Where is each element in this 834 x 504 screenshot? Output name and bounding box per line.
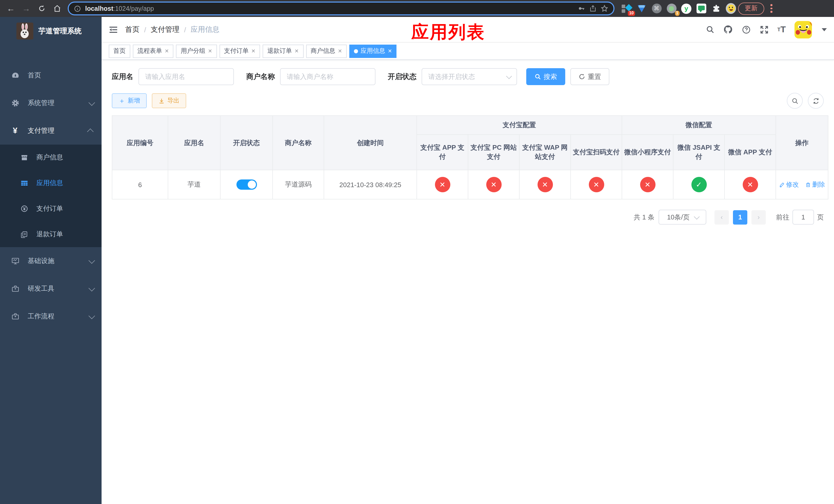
alipay-app-status-icon: ✕ xyxy=(435,177,450,192)
add-button[interactable]: ＋ 新增 xyxy=(112,93,147,108)
tag-process-form[interactable]: 流程表单✕ xyxy=(133,44,174,58)
monitor-icon xyxy=(11,257,20,265)
close-icon[interactable]: ✕ xyxy=(388,48,392,54)
status-select[interactable]: 请选择开启状态 xyxy=(422,68,517,85)
sidebar-item-infrastructure[interactable]: 基础设施 xyxy=(0,247,102,275)
reload-icon[interactable] xyxy=(35,2,48,15)
col-wx-app: 微信 APP 支付 xyxy=(724,135,776,170)
address-bar[interactable]: localhost:1024/pay/app xyxy=(68,2,614,15)
home-icon[interactable] xyxy=(50,2,64,15)
sidebar-item-refund-orders[interactable]: 退款订单 xyxy=(0,222,102,247)
breadcrumb-home[interactable]: 首页 xyxy=(125,25,139,34)
tag-pay-orders[interactable]: 支付订单✕ xyxy=(220,44,260,58)
col-merchant: 商户名称 xyxy=(272,116,324,170)
back-icon[interactable]: ← xyxy=(4,2,18,15)
ext-blocks-icon[interactable]: 10 xyxy=(622,3,632,14)
sidebar: 芋道管理系统 首页 xyxy=(0,17,102,504)
site-info-icon[interactable] xyxy=(74,5,81,12)
ext-badge-one: 1 xyxy=(675,10,680,16)
app-table: 应用编号 应用名 开启状态 商户名称 创建时间 支付宝配置 微信配置 操作 支付… xyxy=(112,115,828,200)
ext-command-icon[interactable]: ⌘ xyxy=(652,3,662,14)
tag-user-group[interactable]: 用户分组✕ xyxy=(176,44,217,58)
fullscreen-icon[interactable] xyxy=(760,25,769,34)
coin-yen-icon xyxy=(21,205,28,213)
sidebar-item-home[interactable]: 首页 xyxy=(0,62,102,89)
tag-app-info[interactable]: 应用信息✕ xyxy=(349,44,397,58)
col-alipay-app: 支付宝 APP 支付 xyxy=(417,135,468,170)
ext-y-icon[interactable]: y xyxy=(681,3,692,14)
close-icon[interactable]: ✕ xyxy=(294,48,299,54)
close-icon[interactable]: ✕ xyxy=(208,48,212,54)
close-icon[interactable]: ✕ xyxy=(251,48,256,54)
forward-icon[interactable]: → xyxy=(20,2,33,15)
reset-button[interactable]: 重置 xyxy=(570,68,609,85)
shop-icon xyxy=(21,154,28,161)
share-icon[interactable] xyxy=(589,5,596,12)
browser-profile-avatar[interactable] xyxy=(726,3,736,14)
total-count: 共 1 条 xyxy=(634,212,655,222)
sidebar-item-merchant-info[interactable]: 商户信息 xyxy=(0,144,102,170)
breadcrumb-payment[interactable]: 支付管理 xyxy=(151,25,179,34)
key-icon[interactable] xyxy=(577,5,585,12)
grid-icon xyxy=(21,179,28,187)
tag-merchant-info[interactable]: 商户信息✕ xyxy=(306,44,347,58)
prev-page-button[interactable]: ‹ xyxy=(715,210,729,224)
cell-merchant: 芋道源码 xyxy=(272,170,324,199)
toolbox-icon xyxy=(11,284,20,293)
user-avatar[interactable] xyxy=(794,21,812,38)
app-title: 芋道管理系统 xyxy=(39,26,82,36)
close-icon[interactable]: ✕ xyxy=(164,48,169,54)
sidebar-item-workflow[interactable]: 工作流程 xyxy=(0,302,102,330)
export-button[interactable]: 导出 xyxy=(152,93,186,108)
cell-app-name: 芋道 xyxy=(168,170,220,199)
tag-home[interactable]: 首页 xyxy=(109,44,130,58)
font-size-icon[interactable]: TT xyxy=(777,24,786,35)
page-size-select[interactable]: 10条/页 xyxy=(659,210,706,225)
col-status: 开启状态 xyxy=(220,116,272,170)
close-icon[interactable]: ✕ xyxy=(338,48,342,54)
sidebar-item-pay-orders[interactable]: 支付订单 xyxy=(0,196,102,222)
goto-label: 前往 xyxy=(776,212,789,222)
caret-down-icon[interactable] xyxy=(822,28,827,31)
status-toggle[interactable] xyxy=(236,180,257,190)
goto-suffix: 页 xyxy=(817,212,824,222)
app-name-label: 应用名 xyxy=(112,72,133,81)
tag-refund-orders[interactable]: 退款订单✕ xyxy=(263,44,303,58)
chrome-update-button[interactable]: 更新 xyxy=(738,2,764,15)
col-ops: 操作 xyxy=(776,116,828,170)
logo-avatar xyxy=(16,23,33,40)
url-text[interactable]: localhost:1024/pay/app xyxy=(85,5,573,12)
status-label: 开启状态 xyxy=(388,72,416,81)
extensions-puzzle-icon[interactable] xyxy=(711,3,721,14)
cell-created: 2021-10-23 08:49:25 xyxy=(324,170,417,199)
sidebar-logo[interactable]: 芋道管理系统 xyxy=(0,17,102,45)
toggle-search-button[interactable] xyxy=(787,93,803,109)
goto-page-input[interactable] xyxy=(792,210,814,225)
sidebar-item-dev-tools[interactable]: 研发工具 xyxy=(0,275,102,302)
refresh-button[interactable] xyxy=(808,93,824,109)
app-name-input[interactable] xyxy=(138,68,234,85)
chevron-down-icon xyxy=(88,312,95,319)
search-icon[interactable] xyxy=(705,25,714,34)
page-1-button[interactable]: 1 xyxy=(733,210,747,224)
col-app-id: 应用编号 xyxy=(112,116,168,170)
edit-button[interactable]: 修改 xyxy=(779,180,799,189)
sidebar-item-app-info[interactable]: 应用信息 xyxy=(0,170,102,196)
delete-button[interactable]: 删除 xyxy=(805,180,825,189)
merchant-name-input[interactable] xyxy=(280,68,375,85)
hamburger-icon[interactable] xyxy=(109,25,118,34)
browser-menu-icon[interactable] xyxy=(770,4,772,13)
bookmark-star-icon[interactable] xyxy=(601,5,608,12)
search-button[interactable]: 搜索 xyxy=(526,68,565,85)
col-app-name: 应用名 xyxy=(168,116,220,170)
ext-recorder-icon[interactable]: 1 xyxy=(666,3,677,14)
ext-chat-icon[interactable] xyxy=(696,3,706,14)
chevron-down-icon xyxy=(88,99,95,105)
tags-view: 首页 流程表单✕ 用户分组✕ 支付订单✕ 退款订单✕ 商户信息✕ 应用信息✕ xyxy=(102,43,834,60)
ext-gem-icon[interactable] xyxy=(637,3,647,14)
sidebar-item-system[interactable]: 系统管理 xyxy=(0,89,102,117)
github-icon[interactable] xyxy=(723,25,733,35)
sidebar-item-payment[interactable]: ¥ 支付管理 xyxy=(0,117,102,144)
next-page-button[interactable]: › xyxy=(751,210,766,224)
help-icon[interactable] xyxy=(741,25,751,34)
